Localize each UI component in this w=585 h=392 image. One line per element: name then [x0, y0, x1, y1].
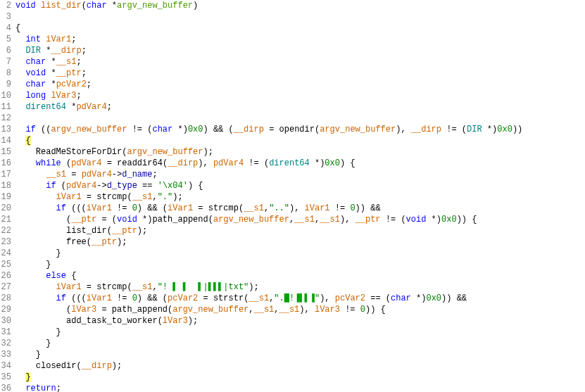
code-line[interactable]: void *__ptr;: [15, 68, 585, 79]
code-line[interactable]: [15, 11, 585, 23]
line-number: 22: [0, 225, 11, 236]
code-line[interactable]: list_dir(__ptr);: [15, 225, 585, 236]
line-number: 28: [0, 293, 11, 304]
line-number: 31: [0, 327, 11, 338]
code-line[interactable]: long lVar3;: [15, 90, 585, 101]
code-line[interactable]: return;: [15, 383, 585, 392]
code-line[interactable]: else {: [15, 270, 585, 282]
line-number: 4: [0, 23, 11, 34]
line-number: 24: [0, 248, 11, 259]
line-number: 15: [0, 146, 11, 158]
code-line[interactable]: free(__ptr);: [15, 236, 585, 248]
code-line[interactable]: closedir(__dirp);: [15, 360, 585, 372]
code-line[interactable]: __s1 = pdVar4->d_name;: [15, 169, 585, 180]
line-number: 33: [0, 349, 11, 360]
line-number: 7: [0, 56, 11, 68]
line-number: 11: [0, 101, 11, 113]
code-line[interactable]: {: [15, 23, 585, 34]
line-number: 30: [0, 315, 11, 327]
code-line[interactable]: DIR *__dirp;: [15, 45, 585, 56]
line-number: 32: [0, 338, 11, 349]
line-number: 5: [0, 34, 11, 45]
line-number: 17: [0, 169, 11, 180]
code-line[interactable]: if (pdVar4->d_type == '\x04') {: [15, 180, 585, 191]
line-number: 29: [0, 304, 11, 315]
code-line[interactable]: while (pdVar4 = readdir64(__dirp), pdVar…: [15, 158, 585, 169]
line-number: 13: [0, 124, 11, 135]
code-line[interactable]: if ((argv_new_buffer != (char *)0x0) && …: [15, 124, 585, 135]
line-number: 26: [0, 270, 11, 282]
line-number: 6: [0, 45, 11, 56]
line-number: 34: [0, 360, 11, 372]
line-number: 18: [0, 180, 11, 191]
line-number: 36: [0, 383, 11, 392]
code-line[interactable]: if (((iVar1 != 0) && (pcVar2 = strstr(__…: [15, 293, 585, 304]
code-line[interactable]: int iVar1;: [15, 34, 585, 45]
code-line[interactable]: ReadMeStoreForDir(argv_new_buffer);: [15, 146, 585, 158]
code-line[interactable]: {: [15, 135, 585, 146]
code-line[interactable]: char *pcVar2;: [15, 79, 585, 90]
code-line[interactable]: }: [15, 349, 585, 360]
code-line[interactable]: iVar1 = strcmp(__s1,"! ▌ ▌ ▌|▌▌▌|txt");: [15, 282, 585, 293]
code-line[interactable]: (lVar3 = path_append(argv_new_buffer,__s…: [15, 304, 585, 315]
line-number: 35: [0, 372, 11, 383]
code-line[interactable]: }: [15, 248, 585, 259]
matching-brace-highlight: {: [25, 136, 30, 146]
code-line[interactable]: dirent64 *pdVar4;: [15, 101, 585, 113]
line-number: 14: [0, 135, 11, 146]
code-line[interactable]: }: [15, 372, 585, 383]
line-number: 23: [0, 236, 11, 248]
line-number: 9: [0, 79, 11, 90]
code-line[interactable]: }: [15, 338, 585, 349]
code-line[interactable]: [15, 113, 585, 124]
code-line[interactable]: char *__s1;: [15, 56, 585, 68]
line-number: 3: [0, 11, 11, 23]
line-number: 16: [0, 158, 11, 169]
code-line[interactable]: iVar1 = strcmp(__s1,".");: [15, 191, 585, 203]
line-number: 12: [0, 113, 11, 124]
line-number: 8: [0, 68, 11, 79]
line-number: 20: [0, 203, 11, 214]
code-line[interactable]: (__ptr = (void *)path_append(argv_new_bu…: [15, 214, 585, 225]
code-line[interactable]: if (((iVar1 != 0) && (iVar1 = strcmp(__s…: [15, 203, 585, 214]
line-number: 10: [0, 90, 11, 101]
line-number: 21: [0, 214, 11, 225]
line-number: 2: [0, 0, 11, 11]
code-line[interactable]: }: [15, 259, 585, 270]
code-line[interactable]: void list_dir(char *argv_new_buffer): [15, 0, 585, 11]
line-number-gutter: 2345678910111213141516171819202122232425…: [0, 0, 14, 392]
code-editor-area[interactable]: void list_dir(char *argv_new_buffer){ in…: [14, 0, 585, 392]
code-line[interactable]: add_task_to_worker(lVar3);: [15, 315, 585, 327]
code-line[interactable]: }: [15, 327, 585, 338]
line-number: 25: [0, 259, 11, 270]
line-number: 19: [0, 191, 11, 203]
line-number: 27: [0, 282, 11, 293]
matching-brace-highlight: }: [25, 372, 30, 382]
